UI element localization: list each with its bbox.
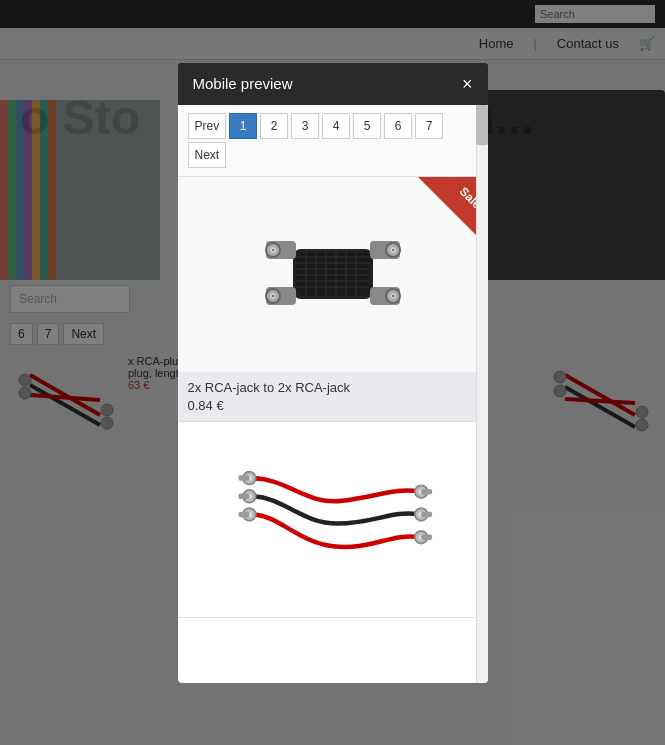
pagination-page-7-button[interactable]: 7 bbox=[415, 113, 443, 139]
modal-close-button[interactable]: × bbox=[462, 75, 473, 93]
svg-rect-15 bbox=[296, 252, 370, 296]
svg-rect-46 bbox=[238, 475, 249, 480]
product-2-image bbox=[233, 439, 433, 599]
modal-overlay: Mobile preview × Prev 1 2 3 4 5 6 7 Next bbox=[0, 0, 665, 745]
modal-body[interactable]: Prev 1 2 3 4 5 6 7 Next bbox=[178, 105, 488, 683]
product-1-image-wrapper: Sale bbox=[178, 177, 488, 372]
pagination-page-5-button[interactable]: 5 bbox=[353, 113, 381, 139]
product-2-image-wrapper bbox=[178, 422, 488, 617]
modal-pagination: Prev 1 2 3 4 5 6 7 Next bbox=[178, 105, 488, 177]
svg-point-35 bbox=[272, 295, 274, 297]
svg-rect-58 bbox=[421, 512, 432, 517]
product-1-title: 2x RCA-jack to 2x RCA-jack bbox=[188, 380, 478, 395]
modal-product-card-1[interactable]: Sale 2x RCA-jack to 2x RCA-jack 0.84 € bbox=[178, 177, 488, 422]
pagination-page-4-button[interactable]: 4 bbox=[322, 113, 350, 139]
pagination-page-3-button[interactable]: 3 bbox=[291, 113, 319, 139]
scrollbar-thumb[interactable] bbox=[476, 105, 488, 145]
product-1-price: 0.84 € bbox=[188, 398, 478, 413]
product-1-image bbox=[238, 189, 428, 359]
svg-point-39 bbox=[392, 249, 394, 251]
svg-rect-55 bbox=[421, 489, 432, 494]
product-1-info: 2x RCA-jack to 2x RCA-jack 0.84 € bbox=[178, 372, 488, 421]
modal-header: Mobile preview × bbox=[178, 63, 488, 105]
modal-title: Mobile preview bbox=[193, 75, 293, 92]
svg-rect-49 bbox=[238, 494, 249, 499]
modal-product-card-2[interactable] bbox=[178, 422, 488, 618]
mobile-preview-modal: Mobile preview × Prev 1 2 3 4 5 6 7 Next bbox=[178, 63, 488, 683]
scrollbar-track[interactable] bbox=[476, 105, 488, 683]
pagination-page-2-button[interactable]: 2 bbox=[260, 113, 288, 139]
pagination-page-1-button[interactable]: 1 bbox=[229, 113, 257, 139]
svg-point-43 bbox=[392, 295, 394, 297]
svg-rect-61 bbox=[421, 534, 432, 539]
pagination-page-6-button[interactable]: 6 bbox=[384, 113, 412, 139]
pagination-prev-button[interactable]: Prev bbox=[188, 113, 227, 139]
svg-rect-52 bbox=[238, 512, 249, 517]
svg-point-31 bbox=[272, 249, 274, 251]
pagination-next-button[interactable]: Next bbox=[188, 142, 227, 168]
